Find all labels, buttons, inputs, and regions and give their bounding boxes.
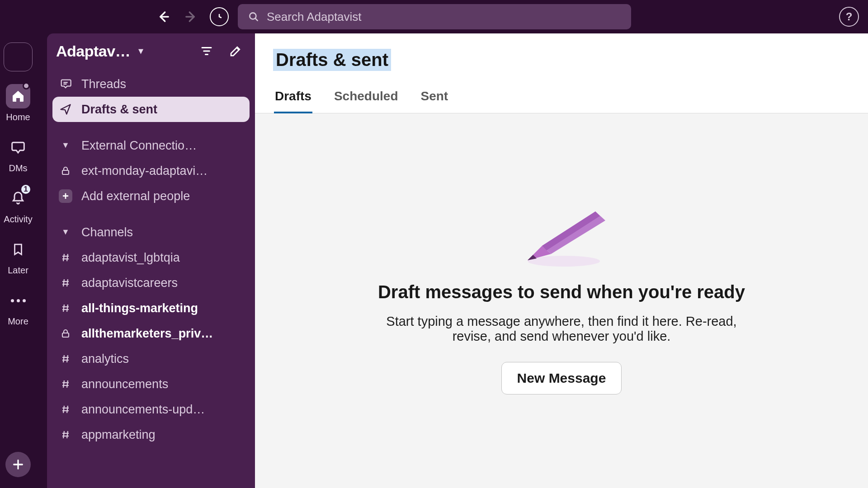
empty-title: Draft messages to send when you're ready — [378, 282, 745, 302]
svg-marker-45 — [542, 211, 600, 250]
caret-down-icon: ▼ — [59, 227, 72, 237]
hash-icon — [59, 303, 72, 314]
sidebar-section-channels[interactable]: ▼ Channels — [52, 220, 250, 245]
svg-line-36 — [67, 406, 68, 413]
rail-home[interactable]: Home — [0, 84, 36, 122]
svg-rect-24 — [62, 333, 69, 337]
hash-icon — [59, 404, 72, 415]
lock-icon — [59, 165, 72, 176]
rail-label: Home — [6, 112, 30, 122]
titlebar: Search Adaptavist ? — [0, 0, 868, 33]
sidebar-add-external[interactable]: + Add external people — [52, 183, 250, 209]
sidebar-channel[interactable]: announcements-upd… — [52, 397, 250, 422]
more-icon — [6, 288, 30, 313]
history-button[interactable] — [210, 7, 229, 26]
svg-rect-11 — [62, 170, 69, 174]
svg-line-23 — [67, 305, 68, 312]
sidebar-channel[interactable]: all-things-marketing — [52, 296, 250, 321]
sidebar-channel[interactable]: announcements — [52, 371, 250, 397]
rail-more[interactable]: More — [0, 288, 36, 327]
workspace-name: Adaptav… — [56, 42, 130, 60]
filter-button[interactable] — [196, 41, 217, 61]
sidebar-section-external[interactable]: ▼ External Connectio… — [52, 133, 250, 158]
sidebar-channel[interactable]: analytics — [52, 346, 250, 371]
rail-label: More — [8, 316, 28, 327]
section-label: Channels — [81, 225, 133, 239]
svg-line-27 — [63, 355, 64, 362]
svg-point-41 — [528, 256, 600, 267]
empty-state: Draft messages to send when you're ready… — [255, 113, 868, 488]
new-message-button[interactable]: New Message — [501, 362, 622, 394]
workspace-switcher[interactable] — [4, 42, 33, 71]
empty-subtitle: Start typing a message anywhere, then fi… — [374, 314, 749, 344]
hash-icon — [59, 353, 72, 364]
sidebar-threads[interactable]: Threads — [52, 71, 250, 97]
plus-icon: + — [59, 189, 72, 203]
tab-drafts[interactable]: Drafts — [274, 89, 312, 114]
rail-label: Activity — [4, 214, 32, 225]
channel-name: announcements — [81, 377, 168, 391]
main-pane: Drafts & sent Drafts Scheduled Sent Draf… — [255, 33, 868, 488]
presence-dot-icon — [23, 82, 30, 89]
section-label: External Connectio… — [81, 139, 197, 153]
svg-line-40 — [67, 431, 68, 438]
hash-icon — [59, 429, 72, 440]
svg-line-31 — [63, 380, 64, 388]
svg-line-39 — [63, 431, 64, 438]
svg-line-15 — [67, 254, 68, 261]
sidebar-item-label: Add external people — [81, 189, 190, 203]
search-icon — [248, 11, 259, 23]
nav-rail: Home DMs 1 Activity Later More — [0, 33, 36, 488]
sidebar-channel[interactable]: adaptavist_lgbtqia — [52, 245, 250, 270]
forward-button[interactable] — [182, 7, 201, 26]
back-button[interactable] — [154, 7, 173, 26]
channel-name: appmarketing — [81, 428, 156, 442]
sidebar-drafts-sent[interactable]: Drafts & sent — [52, 97, 250, 122]
channel-name: analytics — [81, 352, 129, 366]
tab-scheduled[interactable]: Scheduled — [333, 89, 399, 113]
compose-button[interactable] — [225, 41, 246, 61]
rail-activity[interactable]: 1 Activity — [0, 186, 36, 225]
search-input[interactable]: Search Adaptavist — [238, 4, 631, 29]
sidebar-channel[interactable]: adaptavistcareers — [52, 270, 250, 296]
create-fab[interactable] — [5, 452, 31, 477]
rail-label: DMs — [9, 163, 27, 174]
channel-name: adaptavistcareers — [81, 276, 178, 290]
pencil-illustration-icon — [509, 207, 613, 270]
bookmark-icon — [6, 237, 30, 262]
channel-name: allthemarketers_priv… — [81, 327, 213, 341]
channel-name: announcements-upd… — [81, 403, 205, 417]
search-placeholder: Search Adaptavist — [267, 10, 362, 24]
channel-name: adaptavist_lgbtqia — [81, 251, 180, 265]
svg-line-3 — [255, 18, 257, 20]
rail-later[interactable]: Later — [0, 237, 36, 276]
chevron-down-icon: ▾ — [138, 45, 143, 57]
threads-icon — [59, 78, 72, 90]
svg-line-18 — [63, 279, 64, 286]
sidebar: Adaptav… ▾ Threads Drafts & sent — [47, 33, 255, 488]
sidebar-item-label: Threads — [81, 77, 126, 91]
svg-line-22 — [63, 305, 64, 312]
channel-name: ext-monday-adaptavi… — [81, 164, 208, 178]
dms-icon — [6, 135, 30, 160]
rail-dms[interactable]: DMs — [0, 135, 36, 174]
channel-name: all-things-marketing — [81, 301, 198, 315]
help-button[interactable]: ? — [839, 7, 859, 27]
svg-line-35 — [63, 406, 64, 413]
workspace-header[interactable]: Adaptav… ▾ — [47, 33, 255, 69]
sidebar-channel[interactable]: allthemarketers_priv… — [52, 321, 250, 346]
svg-line-14 — [63, 254, 64, 261]
tabs: Drafts Scheduled Sent — [255, 71, 868, 113]
sidebar-item-label: Drafts & sent — [81, 103, 157, 117]
svg-line-19 — [67, 279, 68, 286]
hash-icon — [59, 252, 72, 263]
sidebar-channel[interactable]: appmarketing — [52, 422, 250, 447]
hash-icon — [59, 277, 72, 288]
rail-label: Later — [8, 265, 28, 276]
svg-line-32 — [67, 380, 68, 388]
tab-sent[interactable]: Sent — [420, 89, 449, 113]
paper-plane-icon — [59, 103, 72, 116]
sidebar-channel-ext[interactable]: ext-monday-adaptavi… — [52, 158, 250, 183]
lock-icon — [59, 328, 72, 339]
activity-badge: 1 — [20, 183, 32, 195]
